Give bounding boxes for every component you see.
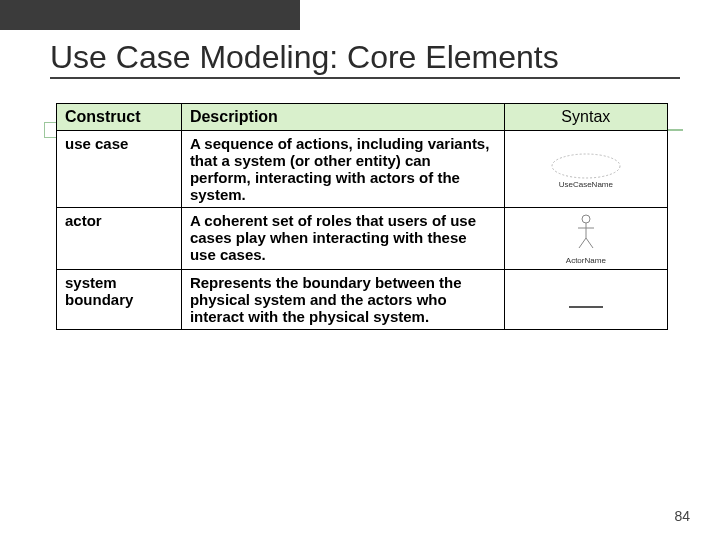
- syntax-label: ActorName: [513, 256, 659, 265]
- description-cell: A sequence of actions, including variant…: [181, 131, 504, 208]
- syntax-cell-usecase: UseCaseName: [504, 131, 667, 208]
- description-cell: A coherent set of roles that users of us…: [181, 208, 504, 270]
- description-cell: Represents the boundary between the phys…: [181, 270, 504, 330]
- svg-point-1: [582, 215, 590, 223]
- table-row: use case A sequence of actions, includin…: [57, 131, 668, 208]
- svg-rect-6: [569, 306, 603, 308]
- syntax-cell-actor: ActorName: [504, 208, 667, 270]
- slide-content: Use Case Modeling: Core Elements Constru…: [0, 0, 720, 540]
- table-row: actor A coherent set of roles that users…: [57, 208, 668, 270]
- top-dark-bar: [0, 0, 300, 30]
- svg-line-4: [579, 238, 586, 248]
- title-underline: [50, 77, 680, 79]
- svg-line-5: [586, 238, 593, 248]
- syntax-cell-boundary: [504, 270, 667, 330]
- header-construct: Construct: [57, 104, 182, 131]
- table-header-row: Construct Description Syntax: [57, 104, 668, 131]
- header-syntax: Syntax: [504, 104, 667, 131]
- syntax-label: UseCaseName: [513, 180, 659, 189]
- boundary-rectangle-icon: [551, 280, 621, 320]
- slide-title: Use Case Modeling: Core Elements: [50, 40, 680, 75]
- header-description: Description: [181, 104, 504, 131]
- construct-cell: use case: [57, 131, 182, 208]
- construct-cell: actor: [57, 208, 182, 270]
- core-elements-table: Construct Description Syntax use case A …: [56, 103, 668, 330]
- actor-stickfigure-icon: [566, 212, 606, 256]
- construct-cell: system boundary: [57, 270, 182, 330]
- svg-point-0: [552, 154, 620, 178]
- page-number: 84: [674, 508, 690, 524]
- table-row: system boundary Represents the boundary …: [57, 270, 668, 330]
